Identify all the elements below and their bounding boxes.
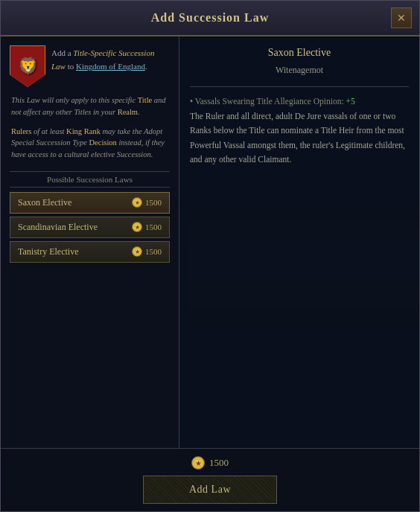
- rulers-highlight: Rulers: [11, 127, 31, 135]
- add-law-button[interactable]: Add Law: [143, 476, 277, 504]
- law-description: Add a Title-Specific Succession Law to K…: [51, 45, 170, 73]
- law-name-scandinavian: Scandinavian Elective: [18, 222, 98, 233]
- effect-bonus: +5: [346, 97, 355, 106]
- shield-icon: 🦁: [18, 57, 38, 76]
- right-panel: Saxon Elective Witenagemot • Vassals Swe…: [179, 36, 419, 448]
- cost-value-scandinavian: 1500: [145, 223, 162, 231]
- realm-highlight: Realm: [118, 108, 138, 116]
- law-cost-scandinavian: ★ 1500: [132, 222, 162, 232]
- effect-bullet: • Vassals Swearing Title Allegiance Opin…: [190, 97, 346, 106]
- selected-law-name: Saxon Elective: [190, 47, 409, 59]
- left-panel: 🦁 Add a Title-Specific Succession Law to…: [1, 36, 179, 448]
- apply-description: This Law will only apply to this specifi…: [10, 95, 170, 118]
- cost-value-saxon: 1500: [145, 198, 162, 207]
- succession-section: Possible Succession Laws Saxon Elective …: [10, 171, 170, 266]
- prestige-icon-footer: ★: [191, 456, 205, 470]
- title-highlight: Title: [138, 96, 152, 104]
- law-item-tanistry[interactable]: Tanistry Elective ★ 1500: [10, 241, 170, 263]
- effect-description: The Ruler and all direct, adult De Jure …: [190, 112, 405, 164]
- modal-container: Add Succession Law ✕ 🦁 Add a Title-Speci…: [0, 0, 420, 512]
- modal-title: Add Succession Law: [151, 11, 269, 25]
- law-cost-tanistry: ★ 1500: [132, 246, 162, 257]
- law-name-tanistry: Tanistry Elective: [18, 246, 78, 257]
- law-cost-saxon: ★ 1500: [132, 197, 162, 208]
- rulers-description: Rulers of at least King Rank may take th…: [10, 126, 170, 161]
- prestige-icon-saxon: ★: [132, 197, 142, 208]
- cost-display: ★ 1500: [191, 456, 229, 470]
- modal-body: 🦁 Add a Title-Specific Succession Law to…: [1, 36, 419, 448]
- king-rank-highlight: King Rank: [66, 127, 101, 135]
- footer-cost-value: 1500: [209, 457, 229, 469]
- law-info-box: 🦁 Add a Title-Specific Succession Law to…: [10, 45, 170, 87]
- law-name-saxon: Saxon Elective: [18, 197, 71, 208]
- law-effect-text: • Vassals Swearing Title Allegiance Opin…: [190, 95, 409, 167]
- decision-highlight: Decision: [89, 138, 116, 147]
- law-item-saxon[interactable]: Saxon Elective ★ 1500: [10, 192, 170, 214]
- prestige-icon-tanistry: ★: [132, 246, 142, 257]
- succession-label: Possible Succession Laws: [10, 171, 170, 188]
- cost-value-tanistry: 1500: [145, 247, 162, 256]
- kingdom-link: Kingdom of England: [76, 62, 145, 71]
- prestige-icon-scandinavian: ★: [132, 222, 142, 232]
- modal-overlay: Add Succession Law ✕ 🦁 Add a Title-Speci…: [0, 0, 420, 512]
- close-button[interactable]: ✕: [391, 7, 412, 28]
- law-item-scandinavian[interactable]: Scandinavian Elective ★ 1500: [10, 217, 170, 238]
- divider-line: [190, 86, 409, 87]
- modal-footer: ★ 1500 Add Law: [1, 448, 419, 511]
- law-intro-text: Add a Title-Specific Succession Law to K…: [51, 48, 154, 71]
- coat-of-arms: 🦁: [10, 45, 45, 87]
- selected-law-subtitle: Witenagemot: [190, 65, 409, 76]
- modal-header: Add Succession Law ✕: [1, 1, 419, 36]
